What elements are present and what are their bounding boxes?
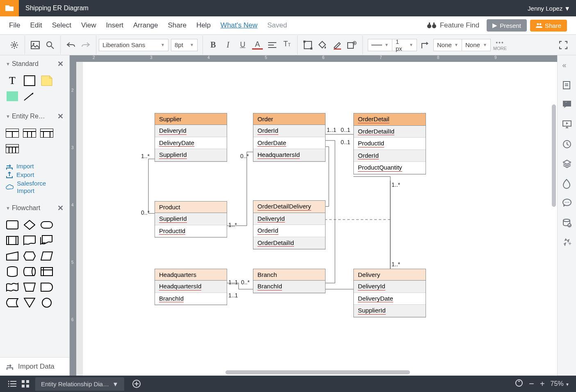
close-icon[interactable]: ✕ [57, 204, 64, 213]
fc-tape[interactable] [6, 281, 19, 293]
canvas-page[interactable]: Supplier DeliveryId DeliveryDate Supplie… [83, 62, 557, 376]
menu-share[interactable]: Share [168, 21, 187, 29]
app-logo[interactable] [0, 0, 19, 16]
table-delivery[interactable]: Delivery DeliveryId DeliveryDate Supplie… [353, 269, 426, 317]
menu-edit[interactable]: Edit [30, 21, 42, 29]
table-headquarters[interactable]: Headquarters HeadquartersId BranchId [155, 269, 227, 305]
salesforce-import-link[interactable]: Salesforce Import [6, 179, 64, 195]
er-5col-shape[interactable] [6, 143, 19, 154]
share-button[interactable]: Share [530, 20, 567, 32]
section-entity[interactable]: ▼ Entity Re… ✕ [0, 108, 69, 125]
fullscreen-icon[interactable] [558, 40, 569, 50]
fontsize-select[interactable]: 8pt ▼ [171, 39, 198, 51]
redo-icon[interactable] [80, 40, 91, 50]
present-button[interactable]: ▶ Present [487, 19, 527, 32]
import-data-button[interactable]: Import Data [0, 357, 69, 376]
zoom-in-icon[interactable]: + [540, 379, 545, 389]
menu-insert[interactable]: Insert [106, 21, 124, 29]
close-icon[interactable]: ✕ [57, 112, 64, 121]
table-product[interactable]: Product SupplierId ProductId [155, 201, 227, 238]
undo-icon[interactable] [66, 40, 76, 50]
fc-stored[interactable] [6, 297, 19, 308]
menu-help[interactable]: Help [196, 21, 211, 29]
theme-icon[interactable] [562, 179, 571, 188]
grid-view-icon[interactable] [19, 380, 32, 387]
menu-select[interactable]: Select [52, 21, 71, 29]
list-view-icon[interactable] [6, 381, 19, 387]
border-color-icon[interactable] [332, 40, 343, 50]
block-shape[interactable] [23, 75, 36, 86]
document-title[interactable]: Shipping ER Diagram [25, 5, 89, 12]
er-2col-shape[interactable] [6, 127, 19, 139]
menu-view[interactable]: View [81, 21, 96, 29]
underline-icon[interactable]: U [237, 40, 248, 50]
fc-delay[interactable] [40, 281, 53, 293]
fc-process[interactable] [6, 219, 19, 231]
fc-database[interactable] [6, 266, 19, 277]
search-icon[interactable] [45, 40, 55, 50]
collapse-panel-icon[interactable]: « [562, 61, 571, 70]
align-icon[interactable] [267, 40, 278, 50]
user-menu[interactable]: Jenny Lopez ▼ [528, 5, 570, 12]
image-icon[interactable] [30, 40, 41, 50]
shape-icon[interactable] [303, 40, 313, 50]
font-select[interactable]: Liberation Sans ▼ [99, 39, 168, 51]
actions-icon[interactable]: + [562, 238, 571, 247]
feature-find[interactable]: Feature Find [427, 21, 479, 29]
menu-arrange[interactable]: Arrange [133, 21, 158, 29]
chat-icon[interactable] [562, 199, 571, 208]
zoom-out-icon[interactable]: − [529, 378, 534, 389]
layers-icon[interactable] [562, 159, 571, 168]
arrow-end-select[interactable]: None ▼ [462, 39, 491, 51]
sync-icon[interactable] [515, 379, 523, 389]
er-4col-shape[interactable] [40, 127, 53, 139]
bold-icon[interactable]: B [208, 40, 219, 50]
menu-whats-new[interactable]: What's New [221, 21, 257, 29]
history-icon[interactable] [562, 140, 571, 149]
table-supplier[interactable]: Supplier DeliveryId DeliveryDate Supplie… [155, 113, 227, 162]
line-style-select[interactable]: ▼ [368, 39, 392, 51]
fill-icon[interactable] [317, 40, 328, 50]
page-tab[interactable]: Entity Relationship Dia… ▼ [35, 377, 124, 391]
fc-data[interactable] [40, 250, 53, 262]
fc-internal[interactable] [40, 266, 53, 277]
table-orderdetaildelivery[interactable]: OrderDetailDelivery DeliveryId OrderId O… [253, 200, 326, 249]
fc-doc[interactable] [23, 235, 36, 246]
menu-file[interactable]: File [9, 21, 20, 29]
table-order[interactable]: Order OrderId OrderDate HeadquartersId [253, 113, 326, 162]
fc-preparation[interactable] [23, 250, 36, 262]
fc-predef[interactable] [6, 235, 19, 246]
export-link[interactable]: Export [6, 170, 64, 179]
section-flowchart[interactable]: ▼ Flowchart ✕ [0, 199, 69, 217]
zoom-level[interactable]: 75% ▼ [551, 380, 569, 387]
fc-manual-op[interactable] [23, 281, 36, 293]
import-link[interactable]: Import [6, 162, 64, 170]
clipboard-icon[interactable] [562, 81, 571, 90]
line-width-select[interactable]: 1 px ▼ [392, 39, 417, 51]
er-3col-shape[interactable] [23, 127, 36, 139]
note-shape[interactable] [40, 75, 53, 86]
arrow-start-select[interactable]: None ▼ [433, 39, 462, 51]
present-panel-icon[interactable] [562, 120, 571, 129]
fc-connector[interactable] [40, 297, 53, 308]
add-page-icon[interactable] [130, 380, 143, 388]
scrollbar-vertical[interactable] [552, 104, 556, 207]
table-orderdetail[interactable]: OrderDetail OrderDetailId ProductId Orde… [353, 113, 426, 174]
text-shape[interactable]: T [6, 75, 19, 86]
fc-terminator[interactable] [40, 219, 53, 231]
fc-direct-data[interactable] [23, 266, 36, 277]
line-route-icon[interactable] [420, 40, 431, 50]
more-button[interactable]: ••• MORE [493, 39, 507, 51]
shape-options-icon[interactable] [347, 40, 357, 50]
text-size-icon[interactable]: TT [282, 40, 292, 50]
data-icon[interactable] [562, 218, 571, 227]
fc-decision[interactable] [23, 219, 36, 231]
section-standard[interactable]: ▼ Standard ✕ [0, 55, 69, 73]
italic-icon[interactable]: I [223, 40, 233, 50]
fc-manual-input[interactable] [6, 250, 19, 262]
table-branch[interactable]: Branch BranchId [253, 269, 326, 293]
scrollbar-horizontal[interactable] [225, 370, 410, 374]
arrow-shape[interactable] [23, 91, 36, 102]
hotspot-shape[interactable] [6, 91, 19, 102]
comments-icon[interactable]: ˝ [562, 100, 571, 109]
